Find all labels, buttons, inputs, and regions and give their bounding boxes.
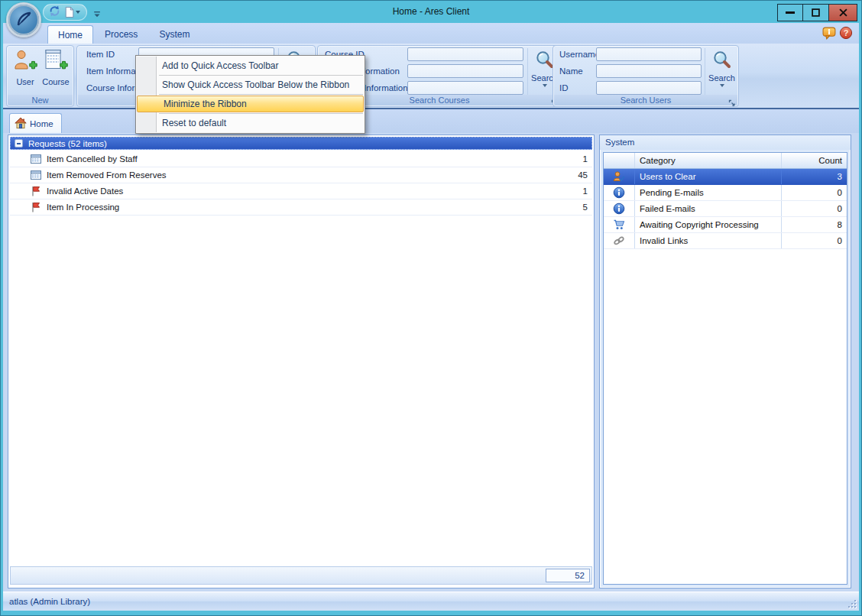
window-title: Home - Ares Client <box>0 6 862 17</box>
document-tab-home[interactable]: Home <box>9 113 62 133</box>
search-users-button[interactable]: Search <box>705 48 738 96</box>
new-course-button[interactable]: Course <box>41 48 70 95</box>
requests-panel: Requests (52 items) Item Cancelled by St… <box>8 135 595 588</box>
flag-icon <box>30 201 42 213</box>
category-column-header[interactable]: Category <box>634 153 781 168</box>
svg-text:?: ? <box>844 28 849 37</box>
system-row-count: 3 <box>781 169 847 184</box>
count-column-header[interactable]: Count <box>781 153 847 168</box>
document-tab-strip: Home <box>3 109 859 133</box>
system-row-failed-emails[interactable]: Failed E-mails 0 <box>604 201 847 217</box>
system-table: Category Count Users to Clear 3 <box>603 152 847 585</box>
requests-total-box: 52 <box>546 569 590 582</box>
menu-item-reset-to-default[interactable]: Reset to default <box>136 115 365 131</box>
group-caption-search-users: Search Users <box>554 95 737 105</box>
group-caption-new: New <box>8 95 73 105</box>
home-icon <box>15 117 27 131</box>
ribbon-group-search-users: Username Name ID Search Search Users <box>553 45 739 107</box>
instructor-information-input[interactable] <box>407 81 523 95</box>
close-button[interactable] <box>829 4 857 21</box>
requests-group-header[interactable]: Requests (52 items) <box>10 137 592 150</box>
search-users-label: Search <box>708 73 735 83</box>
system-row-pending-emails[interactable]: Pending E-mails 0 <box>604 185 847 201</box>
request-row-label: Item In Processing <box>47 203 583 212</box>
system-row-users-to-clear[interactable]: Users to Clear 3 <box>604 169 847 185</box>
info-icon <box>604 186 634 199</box>
grid-icon <box>30 153 42 165</box>
course-information-input[interactable] <box>407 64 523 78</box>
search-users-dropdown-arrow <box>720 84 724 87</box>
application-menu-button[interactable] <box>6 2 41 37</box>
icon-column-header[interactable] <box>604 153 634 168</box>
add-course-icon <box>44 48 68 76</box>
ares-bow-logo-icon <box>13 8 34 32</box>
ribbon-context-menu: Add to Quick Access Toolbar Show Quick A… <box>135 55 365 134</box>
ribbon: User Course New Item ID Item Information… <box>3 44 859 109</box>
grid-icon <box>30 169 42 181</box>
content-area: Requests (52 items) Item Cancelled by St… <box>3 133 859 592</box>
request-row-label: Invalid Active Dates <box>47 186 583 196</box>
system-row-label: Pending E-mails <box>634 185 781 200</box>
cart-icon <box>604 219 634 231</box>
maximize-icon <box>812 8 820 17</box>
request-row-count: 1 <box>583 186 588 196</box>
id-label: ID <box>559 82 569 95</box>
help-icon[interactable]: ? <box>839 26 853 43</box>
name-input[interactable] <box>596 64 702 78</box>
username-label: Username <box>559 48 600 61</box>
request-row-count: 45 <box>578 170 588 180</box>
search-icon <box>535 50 555 73</box>
requests-footer: 52 <box>10 566 592 585</box>
ribbon-tab-process[interactable]: Process <box>95 25 147 44</box>
item-id-label: Item ID <box>86 48 115 61</box>
ribbon-tab-home[interactable]: Home <box>47 25 93 44</box>
new-course-label: Course <box>42 77 69 86</box>
system-row-count: 0 <box>781 185 847 200</box>
status-user-label: atlas (Admin Library) <box>9 597 90 606</box>
search-courses-dropdown-arrow <box>543 84 547 87</box>
request-row-label: Item Cancelled by Staff <box>47 154 583 164</box>
id-input[interactable] <box>596 81 702 95</box>
request-row-label: Item Removed From Reserves <box>47 170 578 180</box>
system-table-header: Category Count <box>604 153 847 169</box>
new-user-button[interactable]: User <box>11 48 40 95</box>
menu-separator <box>159 75 363 76</box>
course-id-input[interactable] <box>407 47 523 61</box>
search-icon <box>712 50 732 73</box>
request-row[interactable]: Item In Processing 5 <box>10 199 592 216</box>
menu-item-add-to-qat[interactable]: Add to Quick Access Toolbar <box>136 57 365 74</box>
system-row-label: Users to Clear <box>634 169 781 184</box>
resize-grip-icon[interactable] <box>847 598 856 608</box>
name-label: Name <box>559 65 583 78</box>
system-row-label: Invalid Links <box>634 233 781 248</box>
links-chain-icon <box>604 235 634 247</box>
system-panel-title: System <box>600 135 851 150</box>
menu-item-minimize-the-ribbon[interactable]: Minimize the Ribbon <box>137 96 364 112</box>
close-icon <box>839 8 847 17</box>
username-input[interactable] <box>596 47 702 61</box>
collapse-minus-icon[interactable] <box>15 139 23 148</box>
system-panel: System Category Count Users to Clear 3 <box>599 135 851 588</box>
menu-item-show-qat-below[interactable]: Show Quick Access Toolbar Below the Ribb… <box>136 76 365 93</box>
request-row[interactable]: Invalid Active Dates 1 <box>10 183 592 199</box>
about-bubble-icon[interactable] <box>822 27 837 43</box>
status-bar: atlas (Admin Library) <box>3 592 859 611</box>
request-row-count: 5 <box>583 203 588 212</box>
system-row-count: 8 <box>781 217 847 232</box>
menu-separator <box>159 113 363 114</box>
minimize-button[interactable] <box>777 4 803 21</box>
request-row[interactable]: Item Removed From Reserves 45 <box>10 167 592 183</box>
new-user-label: User <box>16 77 34 86</box>
user-check-icon <box>604 170 634 183</box>
maximize-button[interactable] <box>803 4 829 21</box>
ribbon-tab-system[interactable]: System <box>149 25 199 44</box>
system-row-label: Awaiting Copyright Processing <box>634 217 781 232</box>
request-row-count: 1 <box>583 154 588 164</box>
system-row-invalid-links[interactable]: Invalid Links 0 <box>604 233 847 249</box>
system-row-awaiting-copyright[interactable]: Awaiting Copyright Processing 8 <box>604 217 847 233</box>
minimize-icon <box>786 11 795 14</box>
request-row[interactable]: Item Cancelled by Staff 1 <box>10 151 592 167</box>
search-users-dialog-launcher-icon[interactable] <box>728 96 737 105</box>
system-row-label: Failed E-mails <box>634 201 781 216</box>
title-bar: Home - Ares Client <box>0 0 862 23</box>
